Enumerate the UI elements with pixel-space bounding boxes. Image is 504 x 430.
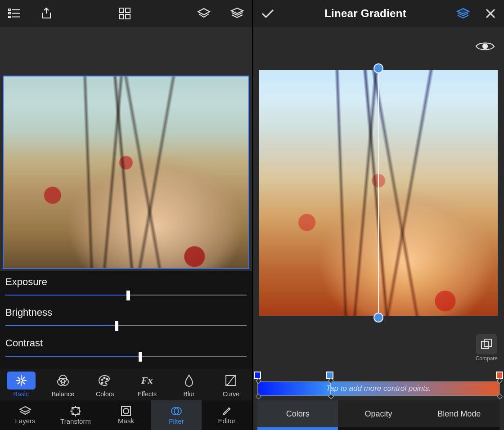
- gradient-stop-marker[interactable]: [330, 381, 331, 397]
- right-pane: Linear Gradient: [252, 0, 504, 430]
- share-icon[interactable]: [40, 7, 52, 20]
- layer-settings-icon[interactable]: [456, 8, 470, 19]
- nav-label: Transform: [60, 417, 91, 425]
- filter-rings-icon: [171, 405, 182, 417]
- confirm-icon[interactable]: [261, 8, 274, 19]
- gradient-stop-marker[interactable]: [499, 381, 500, 397]
- filter-tab-blur[interactable]: Blur: [168, 369, 210, 400]
- slider-exposure: Exposure: [5, 274, 247, 304]
- svg-point-13: [102, 379, 103, 380]
- svg-rect-27: [484, 339, 491, 346]
- gradient-tab-blend-mode[interactable]: Blend Mode: [419, 400, 500, 427]
- filter-tab-label: Effects: [137, 390, 157, 398]
- nav-label: Layers: [15, 417, 35, 425]
- nav-mask[interactable]: Mask: [101, 400, 151, 430]
- gradient-handle-start[interactable]: [374, 63, 383, 73]
- gradient-editor: Tap to add more control points. ColorsOp…: [253, 368, 504, 430]
- crosshair-icon: [7, 372, 36, 390]
- sliders-panel: Exposure Brightness Contrast: [0, 271, 252, 369]
- gradient-tabs-indicator: [257, 427, 500, 430]
- compare-control: Compare: [476, 334, 498, 362]
- svg-rect-4: [9, 16, 11, 18]
- palette-icon: [90, 372, 119, 390]
- gradient-stop[interactable]: [254, 372, 261, 379]
- overlap-circles-icon: [49, 372, 77, 390]
- slider-track[interactable]: [5, 321, 247, 330]
- gradient-bar[interactable]: Tap to add more control points.: [257, 381, 500, 396]
- nav-filter[interactable]: Filter: [151, 400, 202, 430]
- screen-title: Linear Gradient: [324, 7, 406, 20]
- pencil-icon: [221, 406, 232, 417]
- left-pane: Exposure Brightness Contrast Basic Balan…: [0, 0, 252, 430]
- canvas-frame[interactable]: [3, 76, 249, 269]
- compare-label: Compare: [476, 355, 498, 362]
- gradient-stop[interactable]: [326, 372, 333, 379]
- nav-editor[interactable]: Editor: [202, 400, 252, 430]
- list-icon[interactable]: [8, 8, 21, 19]
- filter-tab-label: Basic: [14, 390, 29, 398]
- gradient-tab-opacity[interactable]: Opacity: [338, 400, 418, 427]
- artwork-preview: [4, 76, 248, 268]
- slider-label: Brightness: [5, 305, 247, 320]
- slider-label: Exposure: [5, 274, 247, 290]
- gradient-stops-row: [257, 372, 500, 381]
- filter-tab-curve[interactable]: Curve: [210, 369, 252, 400]
- gradient-hint: Tap to add more control points.: [326, 384, 431, 393]
- svg-rect-9: [126, 14, 130, 19]
- layer-stack-icon[interactable]: [230, 7, 244, 20]
- svg-point-20: [123, 408, 129, 414]
- slider-contrast: Contrast: [5, 336, 247, 365]
- layers-icon: [19, 406, 32, 417]
- slider-brightness: Brightness: [5, 305, 247, 335]
- grid-icon[interactable]: [118, 7, 131, 20]
- filter-tab-label: Balance: [52, 390, 75, 398]
- svg-rect-2: [9, 13, 11, 14]
- filter-tab-label: Blur: [184, 390, 195, 398]
- svg-point-25: [483, 44, 487, 49]
- left-toolbar: [0, 0, 252, 27]
- nav-label: Mask: [118, 417, 134, 425]
- slider-track[interactable]: [5, 291, 247, 300]
- curve-icon: [216, 372, 245, 390]
- compare-button[interactable]: [476, 334, 497, 354]
- gradient-stop-marker[interactable]: [258, 381, 258, 397]
- visibility-icon[interactable]: [475, 40, 495, 52]
- svg-rect-6: [119, 8, 124, 13]
- right-toolbar: Linear Gradient: [253, 0, 504, 27]
- layer-single-icon[interactable]: [197, 8, 211, 19]
- svg-rect-0: [9, 9, 11, 10]
- nav-layers[interactable]: Layers: [0, 400, 50, 430]
- transform-icon: [70, 405, 81, 417]
- filter-tab-balance[interactable]: Balance: [42, 369, 84, 400]
- slider-track[interactable]: [5, 352, 247, 361]
- close-icon[interactable]: [485, 8, 496, 19]
- svg-rect-7: [126, 8, 130, 13]
- gradient-axis-line: [378, 73, 379, 314]
- right-canvas-area: Compare: [253, 27, 504, 368]
- svg-rect-8: [119, 14, 124, 19]
- bottom-nav: Layers Transform Mask Filter Editor: [0, 400, 252, 430]
- left-canvas-area: [0, 27, 252, 271]
- gradient-tabs: ColorsOpacityBlend Mode: [257, 400, 500, 427]
- svg-point-14: [104, 377, 105, 378]
- mask-icon: [121, 406, 131, 417]
- droplet-icon: [175, 372, 203, 390]
- gradient-tab-colors[interactable]: Colors: [257, 400, 338, 427]
- filter-tab-label: Colors: [96, 390, 114, 398]
- fx-icon: Fx: [133, 372, 162, 390]
- svg-point-16: [102, 382, 103, 383]
- nav-label: Filter: [169, 417, 184, 425]
- slider-label: Contrast: [5, 336, 247, 351]
- filter-category-tabs: Basic Balance ColorsFx Effects Blur Curv…: [0, 369, 252, 400]
- gradient-handle-end[interactable]: [374, 313, 383, 322]
- nav-label: Editor: [218, 417, 235, 425]
- nav-transform[interactable]: Transform: [50, 400, 101, 430]
- filter-tab-colors[interactable]: Colors: [84, 369, 126, 400]
- svg-point-15: [107, 378, 108, 380]
- filter-tab-basic[interactable]: Basic: [0, 369, 42, 400]
- filter-tab-label: Curve: [223, 390, 239, 398]
- svg-rect-26: [482, 341, 489, 349]
- filter-tab-effects[interactable]: Fx Effects: [126, 369, 168, 400]
